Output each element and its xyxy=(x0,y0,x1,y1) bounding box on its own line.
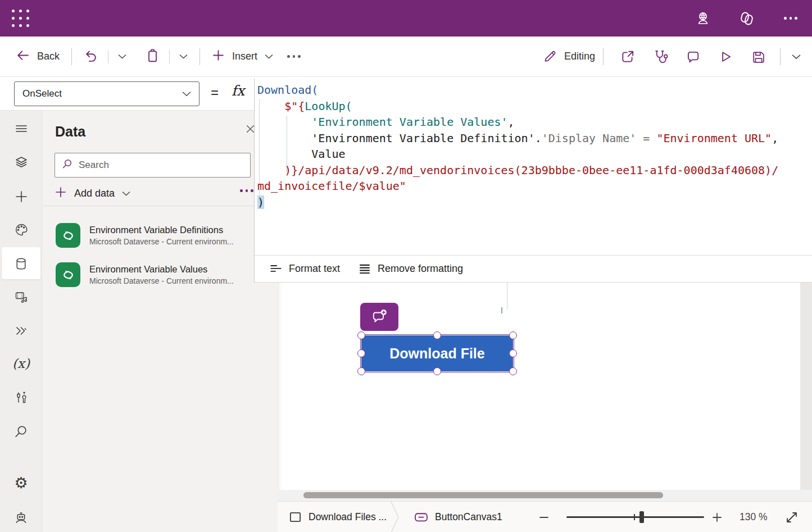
insert-label: Insert xyxy=(232,51,257,62)
resize-handle-w[interactable] xyxy=(357,349,365,357)
toolbar-divider xyxy=(199,48,200,65)
format-text-icon xyxy=(269,262,283,276)
property-selector-chevron-icon xyxy=(182,91,191,97)
data-panel-more-icon[interactable] xyxy=(240,189,253,192)
settings-gear-icon[interactable]: ⚙ xyxy=(0,475,42,491)
fit-to-window-icon[interactable] xyxy=(785,502,799,532)
formula-code[interactable]: Download( $"{LookUp( 'Environment Variab… xyxy=(257,82,811,254)
format-text-button[interactable]: Format text xyxy=(262,258,347,280)
button-control-icon xyxy=(414,510,428,524)
pencil-icon xyxy=(542,48,557,65)
editing-mode-button[interactable]: Editing xyxy=(542,48,595,65)
toolbar-divider xyxy=(780,48,781,65)
zoom-level-label: 130 % xyxy=(740,502,768,532)
media-icon[interactable] xyxy=(0,289,42,305)
tree-view-icon[interactable] xyxy=(0,154,42,170)
add-data-button[interactable]: Add data xyxy=(55,181,130,206)
search-input[interactable] xyxy=(79,160,243,171)
datasource-source: Microsoft Dataverse - Current environm..… xyxy=(89,276,234,285)
resize-handle-n[interactable] xyxy=(433,331,441,339)
screen-icon xyxy=(289,511,302,524)
undo-icon xyxy=(84,48,98,65)
environment-icon[interactable] xyxy=(694,10,712,28)
canvas-container-edge xyxy=(507,283,507,310)
undo-dropdown-chevron-icon[interactable] xyxy=(118,54,126,59)
property-selector[interactable]: OnSelect xyxy=(14,81,199,106)
back-button[interactable]: Back xyxy=(16,48,60,65)
toolbar-divider xyxy=(108,50,108,63)
resize-handle-nw[interactable] xyxy=(357,331,365,339)
toolbar-overflow-icon[interactable] xyxy=(287,55,301,58)
more-options-icon[interactable] xyxy=(782,10,800,28)
plus-icon xyxy=(212,49,225,64)
save-icon[interactable] xyxy=(742,43,774,70)
command-toolbar: Back xyxy=(0,37,812,77)
canvas-gutter xyxy=(800,283,812,502)
scrollbar-thumb[interactable] xyxy=(303,492,663,498)
topbar-actions xyxy=(694,10,812,28)
control-breadcrumb[interactable]: ButtonCanvas1 xyxy=(414,502,502,532)
paste-button[interactable] xyxy=(145,48,160,65)
resize-handle-e[interactable] xyxy=(509,349,517,357)
variables-icon[interactable]: (x) xyxy=(0,356,42,371)
waffle-menu-icon[interactable] xyxy=(9,7,31,30)
datasource-source: Microsoft Dataverse - Current environm..… xyxy=(89,237,234,246)
control-name: ButtonCanvas1 xyxy=(435,511,502,523)
app-checker-icon[interactable] xyxy=(644,43,677,70)
top-app-bar xyxy=(0,0,812,37)
theme-palette-icon[interactable] xyxy=(0,222,42,238)
resize-handle-ne[interactable] xyxy=(509,331,517,339)
remove-formatting-icon xyxy=(358,262,371,276)
share-icon[interactable] xyxy=(611,43,644,70)
preview-play-icon[interactable] xyxy=(709,43,742,70)
copilot-icon[interactable] xyxy=(738,10,756,28)
add-comment-badge[interactable] xyxy=(360,303,398,331)
add-data-chevron-icon xyxy=(122,191,130,196)
download-file-button-label: Download File xyxy=(389,345,484,362)
insert-dropdown-chevron-icon xyxy=(265,54,273,59)
remove-formatting-label: Remove formatting xyxy=(378,263,463,275)
save-options-chevron-icon[interactable] xyxy=(786,54,806,60)
property-selector-value: OnSelect xyxy=(22,88,62,99)
fx-symbol: fx xyxy=(232,83,244,99)
resize-handle-s[interactable] xyxy=(433,367,441,375)
screen-name: Download Files ... xyxy=(309,511,387,523)
resize-handle-se[interactable] xyxy=(509,367,517,375)
screen-breadcrumb[interactable]: Download Files ... xyxy=(289,502,387,532)
dataverse-icon xyxy=(56,262,80,287)
back-label: Back xyxy=(37,51,60,62)
power-automate-icon[interactable] xyxy=(0,323,42,339)
virtual-agent-bot-icon[interactable] xyxy=(0,510,42,525)
data-panel-title: Data xyxy=(55,124,85,140)
comments-icon[interactable] xyxy=(677,43,709,70)
app-canvas[interactable] xyxy=(278,283,800,490)
insert-button[interactable]: Insert xyxy=(212,49,273,64)
advanced-tools-icon[interactable] xyxy=(0,390,42,406)
add-data-label: Add data xyxy=(74,188,115,199)
paste-dropdown-chevron-icon[interactable] xyxy=(179,54,188,59)
back-arrow-icon xyxy=(16,48,30,65)
insert-plus-icon[interactable] xyxy=(0,189,42,204)
resize-handle-sw[interactable] xyxy=(357,367,365,375)
datasource-item[interactable]: Environment Variable Values Microsoft Da… xyxy=(42,257,278,293)
datasource-item[interactable]: Environment Variable Definitions Microso… xyxy=(42,217,278,253)
search-icon xyxy=(62,158,73,172)
zoom-out-icon[interactable] xyxy=(538,502,550,532)
menu-icon[interactable] xyxy=(0,121,42,137)
breadcrumb-chevron-icon xyxy=(390,502,400,532)
data-search-box xyxy=(55,153,251,178)
data-panel: Data Add data Environment Vari xyxy=(42,111,278,532)
zoom-in-icon[interactable] xyxy=(711,502,723,532)
undo-button[interactable] xyxy=(84,48,98,65)
horizontal-scrollbar[interactable] xyxy=(278,490,812,501)
format-text-label: Format text xyxy=(289,263,340,275)
editing-label: Editing xyxy=(564,51,595,62)
zoom-slider[interactable] xyxy=(566,516,704,518)
download-file-button[interactable]: Download File xyxy=(361,335,513,371)
panel-divider xyxy=(42,206,278,206)
zoom-slider-thumb[interactable] xyxy=(639,511,644,523)
formula-editor-panel: Download( $"{LookUp( 'Environment Variab… xyxy=(254,79,812,283)
search-rail-icon[interactable] xyxy=(0,424,42,439)
data-icon[interactable] xyxy=(0,256,42,271)
remove-formatting-button[interactable]: Remove formatting xyxy=(351,258,470,280)
